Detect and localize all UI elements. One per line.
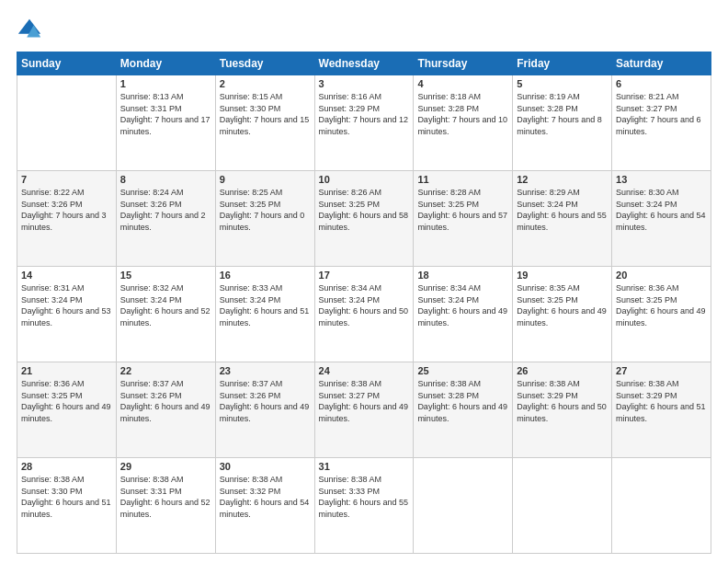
day-number: 5 [517,78,608,89]
daylight-text: Daylight: 7 hours and 8 minutes. [517,114,608,137]
calendar-day-cell: 16 Sunrise: 8:33 AM Sunset: 3:24 PM Dayl… [215,267,314,362]
day-number: 26 [517,365,608,376]
day-number: 20 [616,270,707,281]
weekday-header: Monday [116,52,215,75]
day-info: Sunrise: 8:16 AM Sunset: 3:29 PM Dayligh… [319,91,410,137]
logo-icon [17,17,42,42]
calendar-day-cell: 14 Sunrise: 8:31 AM Sunset: 3:24 PM Dayl… [17,267,117,362]
sunrise-text: Sunrise: 8:38 AM [120,474,211,486]
day-info: Sunrise: 8:36 AM Sunset: 3:25 PM Dayligh… [616,282,707,328]
daylight-text: Daylight: 6 hours and 50 minutes. [517,401,608,424]
weekday-header: Friday [513,52,612,75]
sunrise-text: Sunrise: 8:21 AM [616,91,707,103]
calendar-day-cell: 2 Sunrise: 8:15 AM Sunset: 3:30 PM Dayli… [215,75,314,171]
sunrise-text: Sunrise: 8:38 AM [319,378,410,390]
daylight-text: Daylight: 6 hours and 55 minutes. [517,210,608,233]
sunrise-text: Sunrise: 8:22 AM [21,187,112,199]
weekday-header: Sunday [17,52,117,75]
calendar-day-cell: 30 Sunrise: 8:38 AM Sunset: 3:32 PM Dayl… [215,458,314,554]
sunset-text: Sunset: 3:24 PM [21,294,112,306]
day-number: 27 [616,365,707,376]
sunrise-text: Sunrise: 8:36 AM [616,282,707,294]
day-info: Sunrise: 8:31 AM Sunset: 3:24 PM Dayligh… [21,282,112,328]
daylight-text: Daylight: 7 hours and 2 minutes. [120,210,211,233]
day-info: Sunrise: 8:26 AM Sunset: 3:25 PM Dayligh… [319,187,410,233]
sunrise-text: Sunrise: 8:36 AM [21,378,112,390]
day-info: Sunrise: 8:38 AM Sunset: 3:30 PM Dayligh… [21,474,112,520]
calendar-day-cell: 25 Sunrise: 8:38 AM Sunset: 3:28 PM Dayl… [414,362,513,458]
daylight-text: Daylight: 6 hours and 54 minutes. [616,210,707,233]
daylight-text: Daylight: 6 hours and 51 minutes. [21,497,112,520]
sunset-text: Sunset: 3:25 PM [616,294,707,306]
calendar-day-cell: 20 Sunrise: 8:36 AM Sunset: 3:25 PM Dayl… [612,267,711,362]
day-info: Sunrise: 8:35 AM Sunset: 3:25 PM Dayligh… [517,282,608,328]
sunset-text: Sunset: 3:26 PM [120,390,211,402]
calendar-day-cell: 28 Sunrise: 8:38 AM Sunset: 3:30 PM Dayl… [17,458,117,554]
day-info: Sunrise: 8:29 AM Sunset: 3:24 PM Dayligh… [517,187,608,233]
sunrise-text: Sunrise: 8:35 AM [517,282,608,294]
sunset-text: Sunset: 3:24 PM [417,294,508,306]
calendar-week-row: 1 Sunrise: 8:13 AM Sunset: 3:31 PM Dayli… [17,75,711,171]
sunset-text: Sunset: 3:32 PM [220,486,311,498]
daylight-text: Daylight: 7 hours and 12 minutes. [319,114,410,137]
sunset-text: Sunset: 3:28 PM [417,390,508,402]
calendar-day-cell: 5 Sunrise: 8:19 AM Sunset: 3:28 PM Dayli… [513,75,612,171]
weekday-header: Tuesday [215,52,314,75]
daylight-text: Daylight: 6 hours and 54 minutes. [220,497,311,520]
daylight-text: Daylight: 6 hours and 49 minutes. [417,401,508,424]
calendar-day-cell: 4 Sunrise: 8:18 AM Sunset: 3:28 PM Dayli… [414,75,513,171]
day-info: Sunrise: 8:22 AM Sunset: 3:26 PM Dayligh… [21,187,112,233]
day-number: 16 [220,270,311,281]
calendar-day-cell: 21 Sunrise: 8:36 AM Sunset: 3:25 PM Dayl… [17,362,117,458]
daylight-text: Daylight: 6 hours and 57 minutes. [417,210,508,233]
day-info: Sunrise: 8:21 AM Sunset: 3:27 PM Dayligh… [616,91,707,137]
day-number: 10 [319,174,410,185]
daylight-text: Daylight: 7 hours and 15 minutes. [220,114,311,137]
sunrise-text: Sunrise: 8:29 AM [517,187,608,199]
sunset-text: Sunset: 3:30 PM [220,103,311,115]
daylight-text: Daylight: 7 hours and 6 minutes. [616,114,707,137]
weekday-header: Thursday [414,52,513,75]
sunrise-text: Sunrise: 8:38 AM [319,474,410,486]
day-number: 7 [21,174,112,185]
day-info: Sunrise: 8:25 AM Sunset: 3:25 PM Dayligh… [220,187,311,233]
daylight-text: Daylight: 6 hours and 49 minutes. [120,401,211,424]
calendar-day-cell: 22 Sunrise: 8:37 AM Sunset: 3:26 PM Dayl… [116,362,215,458]
day-number: 28 [21,461,112,472]
day-number: 3 [319,78,410,89]
sunrise-text: Sunrise: 8:37 AM [120,378,211,390]
sunrise-text: Sunrise: 8:18 AM [417,91,508,103]
sunset-text: Sunset: 3:25 PM [220,199,311,211]
day-info: Sunrise: 8:18 AM Sunset: 3:28 PM Dayligh… [417,91,508,137]
day-number: 22 [120,365,211,376]
day-info: Sunrise: 8:34 AM Sunset: 3:24 PM Dayligh… [417,282,508,328]
sunset-text: Sunset: 3:27 PM [319,390,410,402]
sunrise-text: Sunrise: 8:28 AM [417,187,508,199]
calendar-table: SundayMondayTuesdayWednesdayThursdayFrid… [17,52,711,554]
day-number: 2 [220,78,311,89]
daylight-text: Daylight: 6 hours and 52 minutes. [120,497,211,520]
day-number: 29 [120,461,211,472]
daylight-text: Daylight: 6 hours and 49 minutes. [417,305,508,328]
day-info: Sunrise: 8:33 AM Sunset: 3:24 PM Dayligh… [220,282,311,328]
day-info: Sunrise: 8:30 AM Sunset: 3:24 PM Dayligh… [616,187,707,233]
sunset-text: Sunset: 3:29 PM [616,390,707,402]
day-info: Sunrise: 8:37 AM Sunset: 3:26 PM Dayligh… [220,378,311,424]
day-number: 19 [517,270,608,281]
calendar-day-cell: 29 Sunrise: 8:38 AM Sunset: 3:31 PM Dayl… [116,458,215,554]
daylight-text: Daylight: 7 hours and 0 minutes. [220,210,311,233]
calendar-day-cell: 11 Sunrise: 8:28 AM Sunset: 3:25 PM Dayl… [414,171,513,267]
day-number: 25 [417,365,508,376]
day-number: 23 [220,365,311,376]
sunrise-text: Sunrise: 8:31 AM [21,282,112,294]
day-number: 9 [220,174,311,185]
day-info: Sunrise: 8:37 AM Sunset: 3:26 PM Dayligh… [120,378,211,424]
daylight-text: Daylight: 7 hours and 17 minutes. [120,114,211,137]
sunrise-text: Sunrise: 8:37 AM [220,378,311,390]
sunset-text: Sunset: 3:28 PM [417,103,508,115]
calendar-day-cell: 9 Sunrise: 8:25 AM Sunset: 3:25 PM Dayli… [215,171,314,267]
calendar-day-cell: 24 Sunrise: 8:38 AM Sunset: 3:27 PM Dayl… [314,362,414,458]
calendar-day-cell: 7 Sunrise: 8:22 AM Sunset: 3:26 PM Dayli… [17,171,117,267]
daylight-text: Daylight: 6 hours and 58 minutes. [319,210,410,233]
sunrise-text: Sunrise: 8:33 AM [220,282,311,294]
